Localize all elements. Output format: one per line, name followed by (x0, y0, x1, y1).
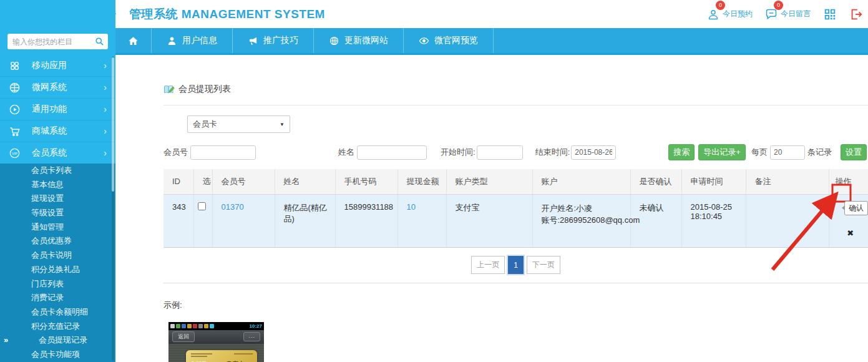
submenu-withdraw-records-active[interactable]: » 会员提现记录 (0, 333, 115, 348)
svg-text:VIP: VIP (12, 151, 17, 155)
withdraw-table: ID 选 会员号 姓名 手机号码 提现金额 账户类型 账户 是否确认 申请时间 … (163, 169, 868, 248)
booking-badge: 0 (716, 1, 725, 10)
reject-button[interactable]: ✖ (847, 228, 854, 238)
tooltip-notch (842, 205, 845, 210)
nav-update-site[interactable]: 更新微网站 (314, 28, 404, 53)
amount-link[interactable]: 10 (407, 202, 416, 212)
message-badge: 0 (774, 1, 783, 10)
header: 管理系统 MANAGEMENT SYSTEM 0 今日预约 0 今日留言 (115, 0, 868, 28)
submenu-label: 会员提现记录 (39, 335, 87, 345)
member-no-link[interactable]: 01370 (222, 202, 244, 212)
submenu-points-recharge[interactable]: 积分充值记录 (0, 320, 115, 334)
submenu-level-settings[interactable]: 等级设置 (0, 206, 115, 220)
cart-icon (9, 125, 21, 137)
pagination: 上一页 1 下一页 (163, 248, 868, 283)
submenu-basic-info[interactable]: 基本信息 (0, 178, 115, 192)
current-page-button[interactable]: 1 (508, 256, 524, 274)
sidebar-item-mobile-apps[interactable]: 移动应用 › (0, 55, 115, 77)
export-records-button[interactable]: 导出记录+ (698, 144, 746, 160)
submenu-consume-records[interactable]: 消费记录 (0, 291, 115, 305)
nav-label: 更新微网站 (344, 35, 388, 46)
col-confirmed: 是否确认 (630, 169, 681, 194)
settings-button[interactable]: 设置 (841, 144, 867, 160)
sidebar-item-label: 移动应用 (32, 60, 67, 71)
logout-icon[interactable] (849, 7, 863, 21)
name-input[interactable] (357, 145, 427, 160)
submenu-card-desc[interactable]: 会员卡说明 (0, 248, 115, 263)
nav-home[interactable] (115, 28, 152, 53)
account-number: 账号:2869952608@qq.com (542, 214, 625, 226)
today-message[interactable]: 0 今日留言 (765, 8, 811, 21)
globe-icon (329, 36, 339, 46)
today-booking[interactable]: 0 今日预约 (707, 8, 753, 21)
sidebar-item-general[interactable]: 通用功能 › (0, 99, 115, 120)
nav-label: 用户信息 (182, 35, 217, 46)
page-title: 管理系统 MANAGEMENT SYSTEM (115, 6, 325, 22)
nav-promo-tips[interactable]: 推广技巧 (233, 28, 314, 53)
table-header-row: ID 选 会员号 姓名 手机号码 提现金额 账户类型 账户 是否确认 申请时间 … (163, 169, 868, 194)
cell-apply-time: 2015-08-25 18:10:45 (681, 194, 746, 247)
phone-nav-bar: 返回 ... (168, 330, 264, 344)
qr-code-icon[interactable] (823, 7, 837, 21)
header-actions: 0 今日预约 0 今日留言 (707, 7, 868, 21)
globe-icon (9, 82, 21, 94)
search-icon[interactable] (95, 37, 104, 46)
chevron-right-icon: › (104, 104, 107, 114)
start-time-input[interactable] (477, 145, 523, 160)
example-label: 示例: (163, 300, 868, 311)
col-actions: 操作 (829, 169, 868, 194)
submenu-points-gifts[interactable]: 积分兑换礼品 (0, 263, 115, 277)
menu-search-input[interactable] (12, 37, 95, 46)
col-remark: 备注 (746, 169, 829, 194)
col-name: 姓名 (275, 169, 335, 194)
more-menu-button: ... (243, 332, 260, 341)
row-checkbox[interactable] (198, 202, 206, 210)
person-icon (167, 36, 177, 46)
col-phone: 手机号码 (335, 169, 397, 194)
table-row: 343 01370 精亿品(精亿品) 15899931188 10 支付宝 开户… (163, 194, 868, 247)
sidebar-submenu: 会员卡列表 基本信息 提现设置 等级设置 通知管理 会员优惠券 会员卡说明 积分… (0, 164, 115, 362)
submenu-card-list[interactable]: 会员卡列表 (0, 164, 115, 178)
sidebar-item-label: 微网系统 (32, 82, 67, 93)
prev-page-button[interactable]: 上一页 (471, 256, 505, 274)
chevron-right-icon: › (104, 148, 107, 158)
submenu-coupons[interactable]: 会员优惠券 (0, 234, 115, 248)
col-member-no: 会员号 (212, 169, 275, 194)
megaphone-icon (248, 36, 258, 46)
member-no-label: 会员号 (163, 147, 188, 158)
member-no-input[interactable] (190, 145, 256, 160)
card-type-select[interactable]: 会员卡 ▼ (187, 115, 290, 133)
booking-label: 今日预约 (723, 9, 753, 19)
nav-user-info[interactable]: 用户信息 (152, 28, 233, 53)
per-page-input[interactable] (770, 145, 805, 160)
submenu-balance-detail[interactable]: 会员卡余额明细 (0, 305, 115, 320)
chevron-right-icon: › (104, 126, 107, 136)
wifi-icon (210, 324, 214, 328)
section-title: 会员提现列表 (178, 84, 231, 95)
submenu-withdraw-settings[interactable]: 提现设置 (0, 192, 115, 206)
vip-icon: VIP (9, 147, 21, 159)
col-amount: 提现金额 (397, 169, 446, 194)
submenu-store-list[interactable]: 门店列表 (0, 277, 115, 291)
divider (163, 105, 868, 105)
submenu-notice-mgmt[interactable]: 通知管理 (0, 220, 115, 235)
per-page-group: 每页 条记录 (751, 145, 832, 160)
sidebar-item-members[interactable]: VIP 会员系统 › (0, 142, 115, 164)
sidebar-scrollbar-thumb[interactable] (112, 57, 114, 192)
back-button: 返回 (172, 331, 195, 342)
sidebar-item-mall[interactable]: 商城系统 › (0, 120, 115, 142)
chevron-right-icon: › (104, 82, 107, 92)
main-content: 会员提现列表 会员卡 ▼ 会员号 姓名 开始时间: 结束时间: 搜索 导出记录+… (115, 55, 868, 362)
sidebar-item-microweb[interactable]: 微网系统 › (0, 77, 115, 99)
nav-site-preview[interactable]: 微官网预览 (404, 28, 494, 53)
section-title-row: 会员提现列表 (163, 84, 868, 95)
sidebar-item-label: 商城系统 (32, 125, 67, 137)
search-button[interactable]: 搜索 (668, 144, 695, 160)
active-marker-icon: » (4, 333, 8, 348)
submenu-card-functions[interactable]: 会员卡功能项 (0, 348, 115, 362)
end-time-input[interactable] (571, 145, 616, 160)
sidebar-brand-block (0, 0, 107, 28)
next-page-button[interactable]: 下一页 (527, 256, 560, 274)
cell-name: 精亿品(精亿品) (275, 194, 335, 247)
cell-id: 343 (163, 194, 193, 247)
